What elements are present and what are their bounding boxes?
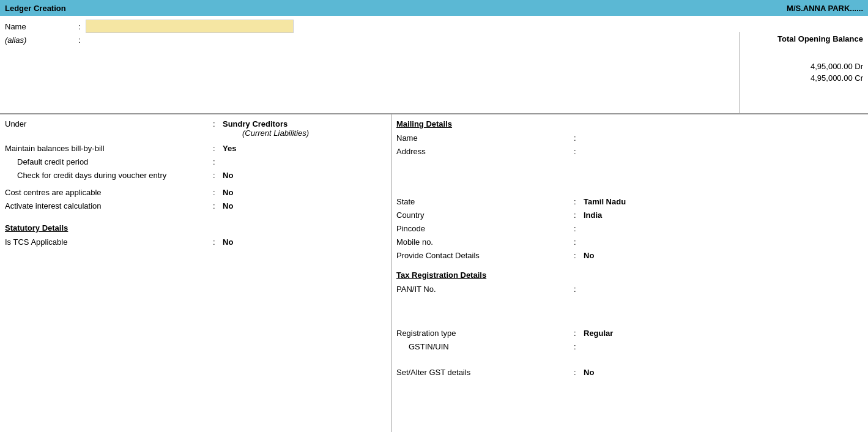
field-check-credit: Check for credit days during voucher ent… xyxy=(5,171,386,183)
mailing-country-row: Country : India xyxy=(396,210,863,223)
field-maintain-balances: Maintain balances bill-by-bill : Yes xyxy=(5,144,386,156)
maintain-balances-value: Yes xyxy=(223,144,386,153)
activate-interest-value: No xyxy=(223,201,386,210)
cost-centres-value: No xyxy=(223,188,386,197)
mailing-address-colon: : xyxy=(574,147,584,156)
tax-gstin-row: GSTIN/UIN : xyxy=(396,342,863,354)
statutory-details-title: Statutory Details xyxy=(5,223,386,233)
mailing-name-label: Name xyxy=(396,133,574,143)
mailing-details-title: Mailing Details xyxy=(396,119,863,128)
maintain-balances-colon: : xyxy=(213,144,223,153)
tax-pan-row: PAN/IT No. : xyxy=(396,285,863,297)
opening-balance-panel: Total Opening Balance 4,95,000.00 Dr 4,9… xyxy=(740,32,868,114)
name-row: Name : xyxy=(0,16,740,34)
alias-label: (alias) xyxy=(5,35,78,45)
maintain-balances-label: Maintain balances bill-by-bill xyxy=(5,144,213,153)
under-colon: : xyxy=(213,119,223,128)
mailing-address-row: Address : xyxy=(396,147,863,159)
mailing-contact-row: Provide Contact Details : No xyxy=(396,251,863,263)
field-default-credit: Default credit period : xyxy=(5,157,386,169)
default-credit-colon: : xyxy=(213,157,223,166)
opening-balance-title: Total Opening Balance xyxy=(745,34,863,43)
tax-gst-alter-colon: : xyxy=(574,368,584,377)
check-credit-label: Check for credit days during voucher ent… xyxy=(5,171,213,180)
left-panel: Under : Sundry Creditors(Current Liabili… xyxy=(0,114,391,432)
mailing-mobile-colon: : xyxy=(574,237,584,247)
tax-gst-alter-row: Set/Alter GST details : No xyxy=(396,368,863,380)
mailing-mobile-row: Mobile no. : xyxy=(396,237,863,250)
tax-gst-alter-label: Set/Alter GST details xyxy=(396,368,574,377)
activate-interest-label: Activate interest calculation xyxy=(5,201,213,210)
tax-reg-type-row: Registration type : Regular xyxy=(396,329,863,341)
mailing-state-value: Tamil Nadu xyxy=(584,197,863,206)
top-section: Name : (alias) : Total Opening Balance 4… xyxy=(0,16,868,114)
opening-balance-cr: 4,95,000.00 Cr xyxy=(745,73,863,83)
address-space xyxy=(396,160,863,197)
mailing-state-label: State xyxy=(396,197,574,206)
mailing-country-colon: : xyxy=(574,210,584,220)
mailing-country-label: Country xyxy=(396,210,574,220)
alias-row: (alias) : xyxy=(0,34,740,47)
mailing-pincode-colon: : xyxy=(574,224,584,233)
cost-centres-colon: : xyxy=(213,188,223,197)
mailing-mobile-label: Mobile no. xyxy=(396,237,574,247)
tcs-value: No xyxy=(223,237,386,247)
right-panel: Mailing Details Name : Address : State :… xyxy=(391,114,868,432)
activate-interest-colon: : xyxy=(213,201,223,210)
mailing-address-label: Address xyxy=(396,147,574,156)
mailing-pincode-row: Pincode : xyxy=(396,224,863,236)
tcs-colon: : xyxy=(213,237,223,247)
header: Ledger Creation M/S.ANNA PARK...... xyxy=(0,0,868,16)
opening-balance-dr: 4,95,000.00 Dr xyxy=(745,62,863,71)
mailing-state-colon: : xyxy=(574,197,584,206)
tax-reg-type-label: Registration type xyxy=(396,329,574,338)
mailing-name-colon: : xyxy=(574,133,584,143)
tax-reg-type-value: Regular xyxy=(584,329,863,338)
tax-reg-type-colon: : xyxy=(574,329,584,338)
name-input[interactable] xyxy=(86,20,294,33)
default-credit-label: Default credit period xyxy=(5,157,213,166)
name-colon: : xyxy=(78,22,86,31)
mailing-state-row: State : Tamil Nadu xyxy=(396,197,863,209)
field-activate-interest: Activate interest calculation : No xyxy=(5,201,386,214)
main-content: Under : Sundry Creditors(Current Liabili… xyxy=(0,114,868,432)
tax-pan-colon: : xyxy=(574,285,584,294)
tax-gst-alter-value: No xyxy=(584,368,863,377)
under-value: Sundry Creditors(Current Liabilities) xyxy=(223,119,386,138)
tax-pan-label: PAN/IT No. xyxy=(396,285,574,294)
company-name: M/S.ANNA PARK...... xyxy=(787,4,863,13)
cost-centres-label: Cost centres are applicable xyxy=(5,188,213,197)
field-tcs: Is TCS Applicable : No xyxy=(5,237,386,250)
field-under: Under : Sundry Creditors(Current Liabili… xyxy=(5,119,386,138)
tax-gstin-colon: : xyxy=(574,342,584,351)
mailing-contact-label: Provide Contact Details xyxy=(396,251,574,260)
name-alias-section: Name : (alias) : xyxy=(0,16,740,47)
mailing-pincode-label: Pincode xyxy=(396,224,574,233)
field-cost-centres: Cost centres are applicable : No xyxy=(5,188,386,200)
under-label: Under xyxy=(5,119,213,128)
check-credit-colon: : xyxy=(213,171,223,180)
mailing-contact-value: No xyxy=(584,251,863,260)
check-credit-value: No xyxy=(223,171,386,180)
name-label: Name xyxy=(5,22,78,31)
mailing-country-value: India xyxy=(584,210,863,220)
mailing-contact-colon: : xyxy=(574,251,584,260)
mailing-name-row: Name : xyxy=(396,133,863,146)
under-subtitle: (Current Liabilities) xyxy=(223,128,309,138)
alias-colon: : xyxy=(78,35,86,45)
tax-gstin-label: GSTIN/UIN xyxy=(396,342,574,351)
tax-registration-title: Tax Registration Details xyxy=(396,270,863,280)
tcs-label: Is TCS Applicable xyxy=(5,237,213,247)
ledger-creation-title: Ledger Creation xyxy=(5,4,66,13)
